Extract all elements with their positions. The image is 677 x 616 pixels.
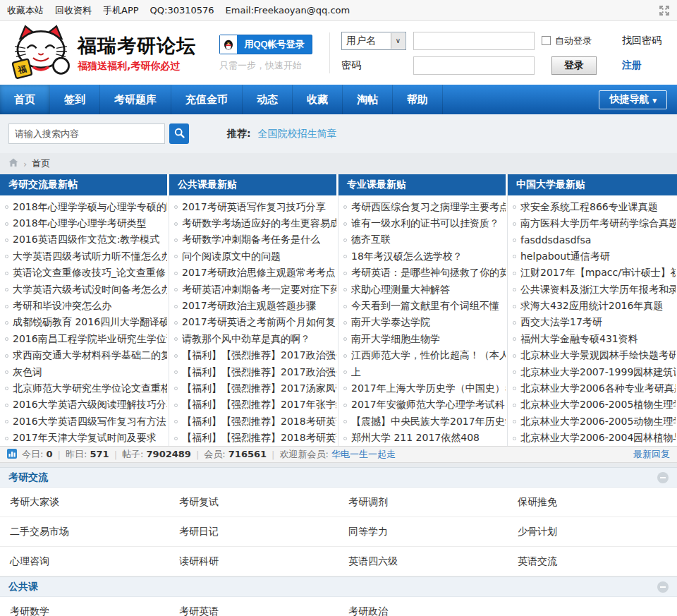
forum-link[interactable]: 少骨计划 bbox=[518, 526, 557, 537]
nav-item-6[interactable]: 淘帖 bbox=[343, 85, 393, 114]
forum-link[interactable]: 英语四六级 bbox=[348, 555, 398, 567]
post-link[interactable]: 德齐互联 bbox=[351, 234, 391, 246]
post-link[interactable]: 南开大学泰达学院 bbox=[351, 316, 430, 329]
post-link[interactable]: 2017考研英语之考前两个月如何复习 bbox=[182, 316, 336, 329]
forum-link[interactable]: 考研日记 bbox=[179, 526, 219, 537]
post-link[interactable]: 考研英语冲刺期备考一定要对症下药 bbox=[182, 284, 336, 296]
post-link[interactable]: 求海大432应用统计2016年真题 bbox=[520, 300, 663, 313]
post-link[interactable]: 北京林业大学2006各种专业考研真题 bbox=[520, 382, 676, 395]
username-type-select[interactable]: 用户名 bbox=[341, 32, 406, 50]
post-link[interactable]: 2016英语四级作文范文:教学模式 bbox=[13, 234, 159, 246]
post-link[interactable]: 南方医科大学历年考研药学综合真题 bbox=[520, 217, 676, 230]
post-link[interactable]: 北京林业大学2006-2005植物生理学 bbox=[520, 399, 676, 411]
post-link[interactable]: 2018年心理学心理学考研类型 bbox=[13, 217, 147, 230]
nav-item-0[interactable]: 首页 bbox=[0, 85, 50, 114]
forum-link[interactable]: 同等学力 bbox=[348, 526, 388, 537]
recommend-link[interactable]: 全国院校招生简章 bbox=[258, 128, 337, 140]
forum-link[interactable]: 英语交流 bbox=[518, 555, 557, 567]
post-link[interactable]: 北京林业大学2006-2005动物生理学 bbox=[520, 416, 676, 428]
qq-login-button[interactable]: 用QQ帐号登录 bbox=[219, 35, 312, 54]
post-link[interactable]: 考研西医综合复习之病理学主要考点 bbox=[351, 201, 506, 214]
post-link[interactable]: 西交大法学17考研 bbox=[520, 316, 602, 329]
post-link[interactable]: 求助心理测量大神解答 bbox=[351, 284, 450, 296]
username-input[interactable] bbox=[413, 32, 535, 50]
post-link[interactable]: 考研数学冲刺期备考任务是什么 bbox=[182, 234, 320, 246]
home-icon[interactable] bbox=[8, 158, 18, 169]
forum-link[interactable]: 保研推免 bbox=[518, 496, 557, 507]
forum-link[interactable]: 考研复试 bbox=[179, 496, 219, 507]
collapse-toggle-icon[interactable] bbox=[657, 472, 669, 483]
post-link[interactable]: 北京师范大学研究生学位论文查重格 bbox=[13, 382, 167, 395]
post-link[interactable]: 公共课资料及浙江大学历年报考和录 bbox=[520, 284, 676, 296]
forum-link[interactable]: 考研英语 bbox=[179, 605, 219, 616]
search-button[interactable] bbox=[169, 123, 189, 144]
post-link[interactable]: 郑州大学 211 2017依然408 bbox=[351, 432, 480, 445]
post-link[interactable]: 考研数学考场适应好的考生更容易成 bbox=[182, 217, 336, 230]
post-link[interactable]: 【福利】【强烈推荐】2018考研英语 bbox=[182, 416, 336, 428]
post-link[interactable]: 2017考研英语写作复习技巧分享 bbox=[182, 201, 326, 214]
post-link[interactable]: 求西南交通大学材料科学基础二的复 bbox=[13, 349, 167, 362]
post-link[interactable]: 大学英语六级考试没时间备考怎么办 bbox=[13, 284, 167, 296]
forum-link[interactable]: 心理咨询 bbox=[10, 555, 49, 567]
post-link[interactable]: 上 bbox=[351, 366, 361, 379]
post-link[interactable]: 【福利】【强烈推荐】2017政治强化 bbox=[182, 349, 336, 362]
post-link[interactable]: 【福利】【强烈推荐】2017政治强化 bbox=[182, 366, 336, 379]
forum-link[interactable]: 考研政治 bbox=[348, 605, 388, 616]
forum-link[interactable]: 考研调剂 bbox=[348, 496, 388, 507]
nav-item-1[interactable]: 签到 bbox=[50, 85, 100, 114]
quick-nav-button[interactable]: 快捷导航 bbox=[599, 90, 667, 109]
post-link[interactable]: 2018年心理学学硕与心理学专硕的区 bbox=[13, 201, 167, 214]
post-link[interactable]: 【福利】【强烈推荐】2017汤家凤带 bbox=[182, 382, 336, 395]
post-link[interactable]: 灰色词 bbox=[13, 366, 42, 379]
post-link[interactable]: 北京林业大学景观园林手绘快题考研 bbox=[520, 349, 676, 362]
post-link[interactable]: 2017年上海大学历史学（中国史）考 bbox=[351, 382, 506, 395]
expand-icon[interactable] bbox=[659, 5, 670, 16]
site-logo[interactable]: 福 福瑞考研论坛 福猫送福利,考研你必过 bbox=[8, 24, 196, 82]
search-input[interactable] bbox=[8, 123, 165, 144]
post-link[interactable]: 南开大学细胞生物学 bbox=[351, 333, 440, 346]
topbar-link-2[interactable]: 手机APP bbox=[103, 4, 139, 17]
post-link[interactable]: helpabout通信考研 bbox=[520, 250, 610, 263]
nav-item-5[interactable]: 收藏 bbox=[293, 85, 343, 114]
find-password-link[interactable]: 找回密码 bbox=[622, 35, 669, 47]
topbar-link-0[interactable]: 收藏本站 bbox=[7, 4, 44, 17]
post-link[interactable]: 北京林业大学2007-1999园林建筑设 bbox=[520, 366, 676, 379]
post-link[interactable]: 2016大学英语六级阅读理解技巧分享 bbox=[13, 399, 167, 411]
post-link[interactable]: 2016南昌工程学院毕业研究生学位论 bbox=[13, 333, 167, 346]
post-link[interactable]: 北京林业大学2006-2004园林植物与 bbox=[520, 432, 676, 445]
post-link[interactable]: 2017考研政治思修主观题常考考点 bbox=[182, 267, 336, 279]
post-link[interactable]: 江西师范大学，性价比超高！（本人 bbox=[351, 349, 506, 362]
forum-link[interactable]: 二手交易市场 bbox=[10, 526, 69, 537]
post-link[interactable]: 问个阅读原文中的问题 bbox=[182, 250, 281, 263]
post-link[interactable]: 考研和毕设冲突怎么办 bbox=[13, 300, 111, 313]
post-link[interactable]: 2017年安徽师范大学心理学考试科目 bbox=[351, 399, 506, 411]
post-link[interactable]: 大学英语四级考试听力听不懂怎么办 bbox=[13, 250, 167, 263]
nav-item-7[interactable]: 帮助 bbox=[393, 85, 443, 114]
post-link[interactable]: 18年考汉硕怎么选学校？ bbox=[351, 250, 463, 263]
newest-member-link[interactable]: 华电一生一起走 bbox=[331, 449, 396, 459]
forum-link[interactable]: 考研数学 bbox=[10, 605, 49, 616]
nav-item-2[interactable]: 考研题库 bbox=[100, 85, 171, 114]
post-link[interactable]: 江财2017年【mpacc/审计硕士】初 bbox=[520, 267, 676, 279]
post-link[interactable]: 请教那个风中劲草是真的啊？ bbox=[182, 333, 310, 346]
post-link[interactable]: 2016大学英语四级写作复习有方法 bbox=[13, 416, 166, 428]
post-link[interactable]: 成都锐砺教育 2016四川大学翻译硕 bbox=[13, 316, 167, 329]
post-link[interactable]: 【福利】【强烈推荐】2018考研英语 bbox=[182, 432, 336, 445]
register-link[interactable]: 注册 bbox=[622, 59, 669, 72]
topbar-link-1[interactable]: 回收资料 bbox=[55, 4, 92, 17]
collapse-toggle-icon[interactable] bbox=[657, 581, 669, 593]
forum-link[interactable]: 读研科研 bbox=[179, 555, 219, 567]
post-link[interactable]: 求安全系统工程866专业课真题 bbox=[520, 201, 658, 214]
nav-item-3[interactable]: 充值金币 bbox=[171, 85, 243, 114]
post-link[interactable]: 考研英语：是哪些神句拯救了你的英 bbox=[351, 267, 506, 279]
post-link[interactable]: 【福利】【强烈推荐】2017年张宇终 bbox=[182, 399, 336, 411]
post-link[interactable]: 2017考研政治主观题答题步骤 bbox=[182, 300, 316, 313]
post-link[interactable]: 今天看到一篇文献里有个词组不懂 bbox=[351, 300, 499, 313]
nav-item-4[interactable]: 动态 bbox=[243, 85, 293, 114]
password-input[interactable] bbox=[413, 56, 535, 75]
auto-login-checkbox[interactable] bbox=[542, 36, 551, 45]
latest-reply-link[interactable]: 最新回复 bbox=[633, 448, 670, 461]
post-link[interactable]: 【震撼】中央民族大学2017年历史学 bbox=[351, 416, 506, 428]
post-link[interactable]: fasddsdasdfsa bbox=[520, 234, 591, 246]
login-button[interactable]: 登录 bbox=[551, 56, 597, 75]
